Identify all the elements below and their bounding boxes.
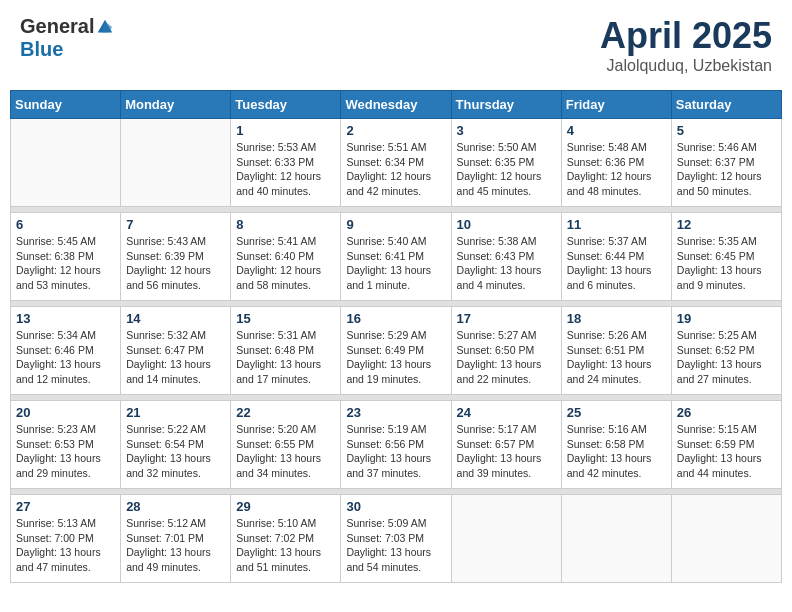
day-number: 17 <box>457 311 556 326</box>
day-info: Sunrise: 5:31 AMSunset: 6:48 PMDaylight:… <box>236 328 335 387</box>
day-number: 4 <box>567 123 666 138</box>
logo-general-text: General <box>20 15 94 38</box>
day-number: 20 <box>16 405 115 420</box>
day-number: 5 <box>677 123 776 138</box>
calendar-cell: 28Sunrise: 5:12 AMSunset: 7:01 PMDayligh… <box>121 495 231 583</box>
day-number: 25 <box>567 405 666 420</box>
day-info: Sunrise: 5:29 AMSunset: 6:49 PMDaylight:… <box>346 328 445 387</box>
day-info: Sunrise: 5:50 AMSunset: 6:35 PMDaylight:… <box>457 140 556 199</box>
calendar-cell: 9Sunrise: 5:40 AMSunset: 6:41 PMDaylight… <box>341 213 451 301</box>
calendar-cell: 17Sunrise: 5:27 AMSunset: 6:50 PMDayligh… <box>451 307 561 395</box>
calendar-cell: 26Sunrise: 5:15 AMSunset: 6:59 PMDayligh… <box>671 401 781 489</box>
day-info: Sunrise: 5:26 AMSunset: 6:51 PMDaylight:… <box>567 328 666 387</box>
day-number: 16 <box>346 311 445 326</box>
day-info: Sunrise: 5:37 AMSunset: 6:44 PMDaylight:… <box>567 234 666 293</box>
day-info: Sunrise: 5:35 AMSunset: 6:45 PMDaylight:… <box>677 234 776 293</box>
day-number: 7 <box>126 217 225 232</box>
calendar-cell <box>121 119 231 207</box>
calendar-cell: 30Sunrise: 5:09 AMSunset: 7:03 PMDayligh… <box>341 495 451 583</box>
day-number: 24 <box>457 405 556 420</box>
day-number: 10 <box>457 217 556 232</box>
week-row-2: 6Sunrise: 5:45 AMSunset: 6:38 PMDaylight… <box>11 213 782 301</box>
calendar-cell <box>11 119 121 207</box>
calendar-cell: 20Sunrise: 5:23 AMSunset: 6:53 PMDayligh… <box>11 401 121 489</box>
calendar-cell: 16Sunrise: 5:29 AMSunset: 6:49 PMDayligh… <box>341 307 451 395</box>
day-info: Sunrise: 5:34 AMSunset: 6:46 PMDaylight:… <box>16 328 115 387</box>
day-number: 8 <box>236 217 335 232</box>
calendar-cell: 15Sunrise: 5:31 AMSunset: 6:48 PMDayligh… <box>231 307 341 395</box>
calendar-cell: 22Sunrise: 5:20 AMSunset: 6:55 PMDayligh… <box>231 401 341 489</box>
calendar-cell: 7Sunrise: 5:43 AMSunset: 6:39 PMDaylight… <box>121 213 231 301</box>
day-info: Sunrise: 5:32 AMSunset: 6:47 PMDaylight:… <box>126 328 225 387</box>
day-info: Sunrise: 5:46 AMSunset: 6:37 PMDaylight:… <box>677 140 776 199</box>
day-number: 23 <box>346 405 445 420</box>
calendar-cell: 1Sunrise: 5:53 AMSunset: 6:33 PMDaylight… <box>231 119 341 207</box>
day-number: 21 <box>126 405 225 420</box>
weekday-header-thursday: Thursday <box>451 91 561 119</box>
day-info: Sunrise: 5:13 AMSunset: 7:00 PMDaylight:… <box>16 516 115 575</box>
day-number: 12 <box>677 217 776 232</box>
calendar-cell: 4Sunrise: 5:48 AMSunset: 6:36 PMDaylight… <box>561 119 671 207</box>
calendar-cell: 2Sunrise: 5:51 AMSunset: 6:34 PMDaylight… <box>341 119 451 207</box>
day-number: 18 <box>567 311 666 326</box>
calendar-table: SundayMondayTuesdayWednesdayThursdayFrid… <box>10 90 782 583</box>
day-info: Sunrise: 5:15 AMSunset: 6:59 PMDaylight:… <box>677 422 776 481</box>
page-header: General Blue April 2025 Jalolquduq, Uzbe… <box>10 10 782 80</box>
day-number: 14 <box>126 311 225 326</box>
logo-blue-text: Blue <box>20 38 63 61</box>
calendar-cell: 10Sunrise: 5:38 AMSunset: 6:43 PMDayligh… <box>451 213 561 301</box>
day-info: Sunrise: 5:12 AMSunset: 7:01 PMDaylight:… <box>126 516 225 575</box>
day-number: 15 <box>236 311 335 326</box>
calendar-cell: 25Sunrise: 5:16 AMSunset: 6:58 PMDayligh… <box>561 401 671 489</box>
location-text: Jalolquduq, Uzbekistan <box>600 57 772 75</box>
day-info: Sunrise: 5:22 AMSunset: 6:54 PMDaylight:… <box>126 422 225 481</box>
day-info: Sunrise: 5:53 AMSunset: 6:33 PMDaylight:… <box>236 140 335 199</box>
day-number: 29 <box>236 499 335 514</box>
weekday-header-row: SundayMondayTuesdayWednesdayThursdayFrid… <box>11 91 782 119</box>
day-info: Sunrise: 5:40 AMSunset: 6:41 PMDaylight:… <box>346 234 445 293</box>
day-number: 28 <box>126 499 225 514</box>
day-info: Sunrise: 5:10 AMSunset: 7:02 PMDaylight:… <box>236 516 335 575</box>
calendar-cell: 3Sunrise: 5:50 AMSunset: 6:35 PMDaylight… <box>451 119 561 207</box>
calendar-cell <box>451 495 561 583</box>
day-info: Sunrise: 5:23 AMSunset: 6:53 PMDaylight:… <box>16 422 115 481</box>
weekday-header-tuesday: Tuesday <box>231 91 341 119</box>
calendar-cell: 6Sunrise: 5:45 AMSunset: 6:38 PMDaylight… <box>11 213 121 301</box>
weekday-header-sunday: Sunday <box>11 91 121 119</box>
weekday-header-friday: Friday <box>561 91 671 119</box>
day-number: 2 <box>346 123 445 138</box>
week-row-1: 1Sunrise: 5:53 AMSunset: 6:33 PMDaylight… <box>11 119 782 207</box>
calendar-cell: 12Sunrise: 5:35 AMSunset: 6:45 PMDayligh… <box>671 213 781 301</box>
day-info: Sunrise: 5:41 AMSunset: 6:40 PMDaylight:… <box>236 234 335 293</box>
day-info: Sunrise: 5:45 AMSunset: 6:38 PMDaylight:… <box>16 234 115 293</box>
calendar-cell: 11Sunrise: 5:37 AMSunset: 6:44 PMDayligh… <box>561 213 671 301</box>
logo: General Blue <box>20 15 114 61</box>
day-number: 9 <box>346 217 445 232</box>
day-info: Sunrise: 5:27 AMSunset: 6:50 PMDaylight:… <box>457 328 556 387</box>
day-number: 13 <box>16 311 115 326</box>
calendar-cell: 27Sunrise: 5:13 AMSunset: 7:00 PMDayligh… <box>11 495 121 583</box>
calendar-cell: 5Sunrise: 5:46 AMSunset: 6:37 PMDaylight… <box>671 119 781 207</box>
day-number: 26 <box>677 405 776 420</box>
day-info: Sunrise: 5:20 AMSunset: 6:55 PMDaylight:… <box>236 422 335 481</box>
calendar-cell: 19Sunrise: 5:25 AMSunset: 6:52 PMDayligh… <box>671 307 781 395</box>
calendar-cell: 14Sunrise: 5:32 AMSunset: 6:47 PMDayligh… <box>121 307 231 395</box>
calendar-cell <box>561 495 671 583</box>
day-info: Sunrise: 5:48 AMSunset: 6:36 PMDaylight:… <box>567 140 666 199</box>
week-row-5: 27Sunrise: 5:13 AMSunset: 7:00 PMDayligh… <box>11 495 782 583</box>
month-title: April 2025 <box>600 15 772 57</box>
day-info: Sunrise: 5:19 AMSunset: 6:56 PMDaylight:… <box>346 422 445 481</box>
day-number: 6 <box>16 217 115 232</box>
day-number: 22 <box>236 405 335 420</box>
title-block: April 2025 Jalolquduq, Uzbekistan <box>600 15 772 75</box>
calendar-cell <box>671 495 781 583</box>
day-info: Sunrise: 5:51 AMSunset: 6:34 PMDaylight:… <box>346 140 445 199</box>
calendar-cell: 29Sunrise: 5:10 AMSunset: 7:02 PMDayligh… <box>231 495 341 583</box>
weekday-header-monday: Monday <box>121 91 231 119</box>
day-number: 30 <box>346 499 445 514</box>
calendar-cell: 8Sunrise: 5:41 AMSunset: 6:40 PMDaylight… <box>231 213 341 301</box>
day-number: 19 <box>677 311 776 326</box>
day-info: Sunrise: 5:25 AMSunset: 6:52 PMDaylight:… <box>677 328 776 387</box>
calendar-cell: 13Sunrise: 5:34 AMSunset: 6:46 PMDayligh… <box>11 307 121 395</box>
day-number: 27 <box>16 499 115 514</box>
